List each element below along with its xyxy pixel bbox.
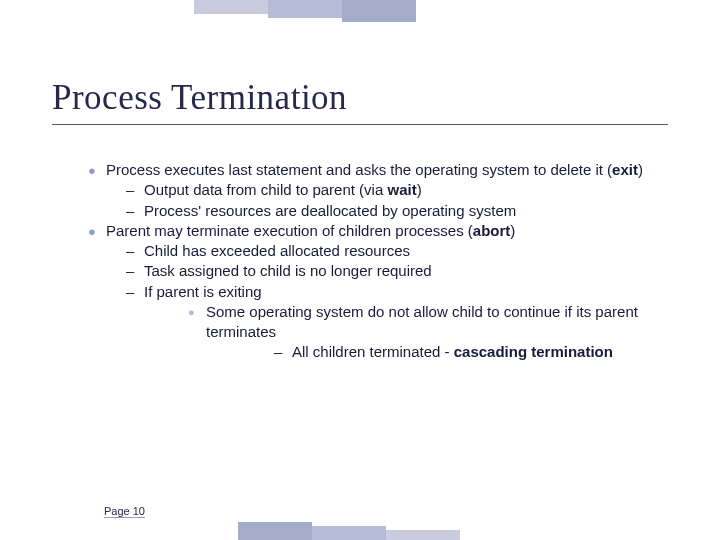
- bullet-text: All children terminated - cascading term…: [292, 342, 668, 362]
- text-run: Parent may terminate execution of childr…: [106, 222, 473, 239]
- text-run: Process executes last statement and asks…: [106, 161, 612, 178]
- dash-marker-icon: –: [126, 201, 144, 221]
- strip-segment: [268, 0, 342, 18]
- strip-segment: [386, 530, 460, 540]
- bullet-text: Task assigned to child is no longer requ…: [144, 261, 668, 281]
- text-run: Task assigned to child is no longer requ…: [144, 262, 432, 279]
- text-run: ): [417, 181, 422, 198]
- strip-segment: [194, 0, 268, 14]
- text-run: Output data from child to parent (via: [144, 181, 387, 198]
- bullet-text: Process executes last statement and asks…: [106, 160, 668, 180]
- bullet-text: Parent may terminate execution of childr…: [106, 221, 668, 241]
- slide-title: Process Termination: [52, 78, 347, 118]
- slide-body: ● Process executes last statement and as…: [88, 160, 668, 363]
- bottom-decorative-strip: [0, 522, 720, 540]
- bullet-level1: ● Process executes last statement and as…: [88, 160, 668, 180]
- bullet-level1: ● Parent may terminate execution of chil…: [88, 221, 668, 241]
- text-run: ): [510, 222, 515, 239]
- bullet-text: Process' resources are deallocated by op…: [144, 201, 668, 221]
- bullet-level2: – If parent is exiting: [126, 282, 668, 302]
- dash-marker-icon: –: [126, 282, 144, 302]
- strip-segment: [342, 0, 416, 22]
- text-bold: wait: [387, 181, 416, 198]
- text-run: ): [638, 161, 643, 178]
- bullet-level2: – Child has exceeded allocated resources: [126, 241, 668, 261]
- text-run: Process' resources are deallocated by op…: [144, 202, 516, 219]
- bullet-text: Output data from child to parent (via wa…: [144, 180, 668, 200]
- text-bold: exit: [612, 161, 638, 178]
- text-run: Child has exceeded allocated resources: [144, 242, 410, 259]
- dash-marker-icon: –: [126, 241, 144, 261]
- bullet-level2: – Process' resources are deallocated by …: [126, 201, 668, 221]
- text-bold: abort: [473, 222, 511, 239]
- text-bold: cascading termination: [454, 343, 613, 360]
- bullet-marker-icon: ●: [88, 221, 106, 241]
- text-run: All children terminated -: [292, 343, 454, 360]
- bullet-level4: – All children terminated - cascading te…: [274, 342, 668, 362]
- strip-segment: [238, 522, 312, 540]
- dash-marker-icon: –: [274, 342, 292, 362]
- bullet-marker-icon: ●: [88, 160, 106, 180]
- bullet-text: If parent is exiting: [144, 282, 668, 302]
- strip-segment: [312, 526, 386, 540]
- bullet-level3: ● Some operating system do not allow chi…: [188, 302, 668, 343]
- title-underline: [52, 124, 668, 125]
- bullet-level2: – Task assigned to child is no longer re…: [126, 261, 668, 281]
- bullet-level2: – Output data from child to parent (via …: [126, 180, 668, 200]
- top-decorative-strip: [0, 0, 720, 22]
- page-number: Page 10: [104, 505, 145, 517]
- bullet-text: Child has exceeded allocated resources: [144, 241, 668, 261]
- text-run: If parent is exiting: [144, 283, 262, 300]
- small-bullet-icon: ●: [188, 302, 206, 320]
- text-run: Some operating system do not allow child…: [206, 303, 638, 340]
- dash-marker-icon: –: [126, 180, 144, 200]
- bullet-text: Some operating system do not allow child…: [206, 302, 668, 343]
- dash-marker-icon: –: [126, 261, 144, 281]
